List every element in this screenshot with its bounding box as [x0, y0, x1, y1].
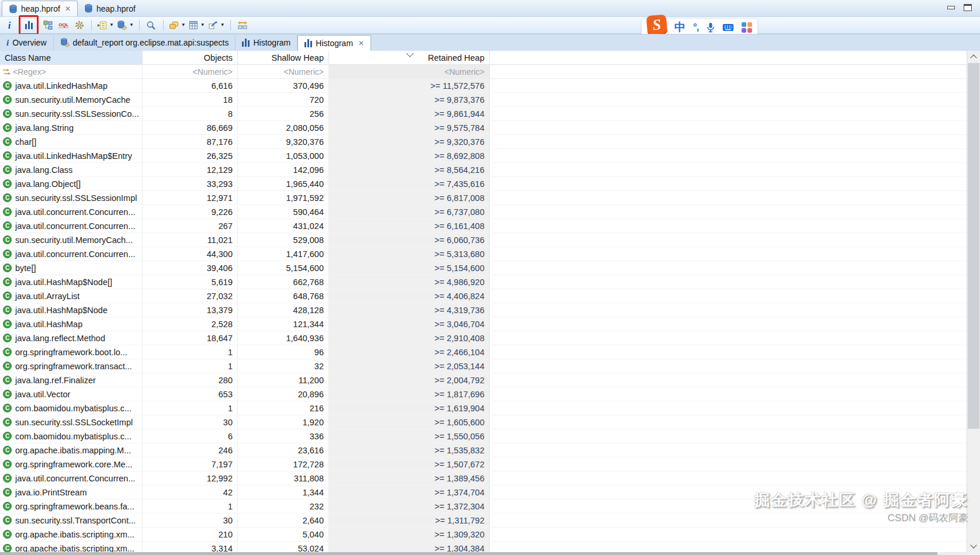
editor-tab-heap-hprof-2[interactable]: heap.hprof [78, 1, 142, 16]
class-icon: C [3, 278, 12, 286]
table-row[interactable]: C java.io.PrintStream 42 1,344 >= 1,374,… [0, 485, 967, 500]
row-retained: >= 9,320,376 [329, 135, 490, 148]
scroll-up-button[interactable] [967, 51, 980, 63]
row-retained: >= 2,466,104 [329, 345, 490, 359]
row-objects: 12,971 [143, 191, 238, 204]
table-row[interactable]: C org.apache.ibatis.scripting.xm... 3,31… [0, 542, 967, 552]
row-retained: >= 9,873,376 [329, 93, 490, 106]
table-row[interactable]: C java.util.concurrent.Concurren... 9,22… [0, 205, 967, 219]
scroll-down-button[interactable] [967, 540, 980, 552]
objects-filter-input[interactable]: <Numeric> [143, 65, 238, 78]
table-row[interactable]: C sun.security.ssl.SSLSocketImpl 30 1,92… [0, 415, 967, 429]
table-row[interactable]: C java.lang.String 86,669 2,080,056 >= 9… [0, 121, 967, 135]
table-row[interactable]: C org.apache.ibatis.scripting.xm... 210 … [0, 528, 967, 542]
table-row[interactable]: C sun.security.ssl.SSLSessionCo... 8 256… [0, 107, 967, 121]
export-button[interactable]: ▼ [208, 18, 225, 32]
column-header-objects[interactable]: Objects [143, 51, 238, 64]
table-row[interactable]: C org.springframework.transact... 1 32 >… [0, 359, 967, 373]
scrollbar-corner [967, 552, 980, 555]
retained-heap-filter-input[interactable]: <Numeric> [329, 65, 490, 78]
horizontal-scrollbar[interactable] [0, 552, 967, 555]
oql-button[interactable]: OQL [57, 18, 70, 32]
ime-language-toggle[interactable]: 中 [674, 20, 685, 35]
tab-histogram-1[interactable]: Histogram [236, 34, 297, 51]
ime-toolbox-icon[interactable] [742, 22, 752, 33]
table-row[interactable]: C org.springframework.boot.lo... 1 96 >=… [0, 345, 967, 359]
virtual-keyboard-icon[interactable] [722, 23, 734, 32]
group-result-button[interactable]: ▼ [169, 18, 186, 32]
table-row[interactable]: C char[] 87,176 9,320,376 >= 9,320,376 [0, 135, 967, 149]
column-header-shallow-heap[interactable]: Shallow Heap [238, 51, 329, 64]
dominator-tree-button[interactable] [41, 18, 54, 32]
class-icon: C [3, 151, 12, 160]
row-retained: >= 1,550,056 [329, 429, 490, 443]
info-button[interactable]: i [3, 18, 16, 32]
table-row[interactable]: C org.springframework.beans.fa... 1 232 … [0, 500, 967, 514]
table-row[interactable]: C java.util.Vector 653 20,896 >= 1,817,6… [0, 387, 967, 401]
table-row[interactable]: C java.lang.reflect.Method 18,647 1,640,… [0, 331, 967, 345]
table-row[interactable]: C java.util.HashMap 2,528 121,344 >= 3,0… [0, 317, 967, 331]
row-shallow: 23,616 [238, 443, 329, 457]
table-row[interactable]: C java.lang.ref.Finalizer 280 11,200 >= … [0, 373, 967, 387]
class-name-filter-input[interactable]: <Regex> [0, 65, 143, 78]
histogram-button[interactable] [22, 18, 35, 32]
microphone-icon[interactable] [707, 22, 715, 33]
close-icon[interactable]: ✕ [358, 39, 364, 47]
tab-histogram-2[interactable]: Histogram ✕ [297, 35, 371, 51]
open-query-browser-button[interactable]: ▼ [97, 18, 114, 32]
table-row[interactable]: C java.util.concurrent.Concurren... 12,9… [0, 471, 967, 485]
row-empty-space [490, 107, 967, 120]
calculate-precise-retained-size-button[interactable]: ▼ [189, 18, 205, 32]
table-row[interactable]: C java.util.concurrent.Concurren... 267 … [0, 219, 967, 233]
table-row[interactable]: C java.util.LinkedHashMap 6,616 370,496 … [0, 79, 967, 93]
vertical-scrollbar[interactable] [967, 51, 980, 552]
table-row[interactable]: C java.util.LinkedHashMap$Entry 26,325 1… [0, 149, 967, 163]
table-row[interactable]: C byte[] 39,406 5,154,600 >= 5,154,600 [0, 261, 967, 275]
row-objects: 33,293 [143, 177, 238, 190]
table-row[interactable]: C com.baomidou.mybatisplus.c... 1 216 >=… [0, 401, 967, 415]
table-row[interactable]: C sun.security.ssl.TransportCont... 30 2… [0, 514, 967, 528]
table-row[interactable]: C java.util.concurrent.Concurren... 44,3… [0, 247, 967, 261]
compare-to-another-heap-dump-button[interactable] [236, 18, 249, 32]
run-expert-report-button[interactable]: ▼ [117, 18, 134, 32]
sogou-logo-icon[interactable]: S [646, 15, 668, 36]
maximize-icon[interactable] [964, 4, 972, 11]
histogram-icon [25, 21, 33, 29]
table-row[interactable]: C org.apache.ibatis.mapping.M... 246 23,… [0, 443, 967, 457]
row-class-name: java.util.HashMap$Node [15, 306, 108, 315]
minimize-icon[interactable] [947, 6, 955, 9]
row-class-name: java.util.HashMap [15, 320, 82, 329]
table-row[interactable]: C java.lang.Class 12,129 142,096 >= 8,56… [0, 163, 967, 177]
table-row[interactable]: C sun.security.util.MemoryCach... 11,021… [0, 233, 967, 247]
query-list-icon [97, 21, 107, 30]
vertical-scrollbar-thumb[interactable] [968, 63, 979, 429]
search-button[interactable] [145, 18, 158, 32]
row-retained: >= 1,309,320 [329, 528, 490, 541]
class-icon: C [3, 123, 12, 132]
table-row[interactable]: C com.baomidou.mybatisplus.c... 6 336 >=… [0, 429, 967, 443]
class-icon: C [3, 348, 12, 356]
horizontal-scrollbar-thumb[interactable] [0, 552, 937, 555]
table-row[interactable]: C java.lang.Object[] 33,293 1,965,440 >=… [0, 177, 967, 191]
row-class-name: org.springframework.core.Me... [15, 460, 133, 469]
tab-default-report-suspects[interactable]: default_report org.eclipse.mat.api:suspe… [54, 34, 236, 51]
tab-label: Histogram [253, 38, 290, 47]
table-row[interactable]: C org.springframework.core.Me... 7,197 1… [0, 457, 967, 471]
shallow-heap-filter-input[interactable]: <Numeric> [238, 65, 329, 78]
row-shallow: 1,344 [238, 485, 329, 499]
table-row[interactable]: C sun.security.util.MemoryCache 18 720 >… [0, 93, 967, 107]
row-retained: >= 5,313,680 [329, 247, 490, 261]
ime-punctuation-toggle[interactable]: °, [693, 22, 699, 33]
table-row[interactable]: C sun.security.ssl.SSLSessionImpl 12,971… [0, 191, 967, 205]
row-shallow: 2,640 [238, 514, 329, 527]
customize-button[interactable] [73, 18, 86, 32]
table-row[interactable]: C java.util.HashMap$Node 13,379 428,128 … [0, 303, 967, 317]
table-row[interactable]: C java.util.ArrayList 27,032 648,768 >= … [0, 289, 967, 303]
row-retained: >= 5,154,600 [329, 261, 490, 275]
column-header-class-name[interactable]: Class Name [0, 51, 143, 64]
row-class-name: java.util.LinkedHashMap$Entry [15, 151, 132, 161]
close-icon[interactable]: ✕ [65, 5, 71, 13]
editor-tab-heap-hprof-1[interactable]: heap.hprof ✕ [2, 1, 78, 16]
tab-overview[interactable]: i Overview [0, 34, 54, 51]
table-row[interactable]: C java.util.HashMap$Node[] 5,619 662,768… [0, 275, 967, 289]
